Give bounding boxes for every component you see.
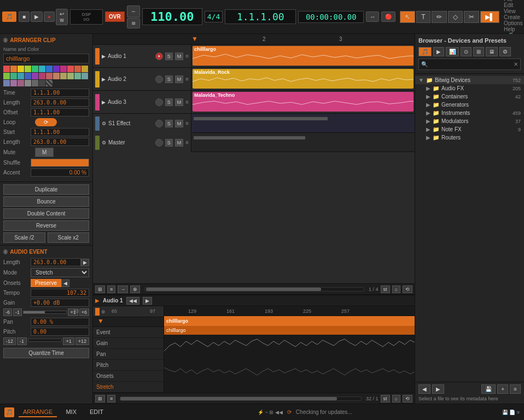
browser-item-routers[interactable]: ▶ 📁 Routers: [415, 133, 524, 142]
loop-button[interactable]: ↩ w: [56, 9, 68, 25]
color-swatch[interactable]: [53, 73, 60, 79]
track-color-audio1[interactable]: [95, 48, 100, 65]
timecode-display[interactable]: 00:00:00.00: [298, 11, 364, 23]
onsets-arrow[interactable]: ◀: [61, 279, 69, 287]
color-swatch[interactable]: [18, 73, 24, 79]
loop-icon-btn[interactable]: ↔: [366, 11, 379, 22]
gain-p6[interactable]: +6: [79, 308, 89, 316]
detail-stop-btn[interactable]: ◀◀: [126, 297, 139, 305]
audio-clip-audio2[interactable]: Malavida_Rock: [193, 69, 414, 89]
search-clear-btn[interactable]: ✕: [514, 61, 518, 67]
browser-item-instruments[interactable]: ▶ 📁 Instruments 459: [415, 109, 524, 117]
color-swatch[interactable]: [25, 73, 31, 79]
solo-btn-audio2[interactable]: S: [165, 75, 173, 83]
mute-button[interactable]: M: [35, 148, 54, 157]
pitch-bar[interactable]: [28, 339, 62, 342]
color-swatch[interactable]: [60, 66, 67, 72]
detail-sub-clip[interactable]: chilllargo: [164, 326, 415, 335]
color-swatch[interactable]: [74, 66, 81, 72]
detail-list-btn[interactable]: ≡: [107, 395, 115, 402]
mute-btn-audio2[interactable]: M: [175, 75, 184, 83]
color-swatch[interactable]: [67, 73, 74, 79]
color-swatch[interactable]: [25, 66, 31, 72]
track-color-audio3[interactable]: [95, 94, 100, 110]
record-btn-master[interactable]: [155, 139, 163, 147]
browser-devices-btn[interactable]: 🎵: [418, 47, 432, 56]
audio-clip-audio1[interactable]: chilllargo: [193, 46, 414, 66]
color-swatch[interactable]: [74, 73, 81, 79]
punch-btn[interactable]: 🔴: [381, 11, 395, 22]
record-btn-audio3[interactable]: [155, 98, 163, 106]
snap-btn[interactable]: ⌂: [392, 285, 400, 293]
audio-clip-audio3[interactable]: Malavida_Techno: [193, 92, 414, 112]
detail-h-scrollbar[interactable]: [120, 396, 362, 401]
ae-mode-select[interactable]: Stretch: [31, 268, 89, 277]
browser-monitor-btn[interactable]: 🖥: [486, 47, 498, 56]
track-color-master[interactable]: [95, 136, 100, 150]
tab-arrange[interactable]: ARRANGE: [19, 407, 57, 417]
color-swatch[interactable]: [81, 73, 88, 79]
mute-btn-master[interactable]: M: [175, 139, 184, 147]
mute-btn-audio3[interactable]: M: [175, 98, 184, 106]
tab-mix[interactable]: MIX: [61, 407, 81, 417]
eraser-tool[interactable]: ◇: [448, 11, 463, 23]
h-scrollbar[interactable]: [144, 287, 364, 291]
detail-loop-btn[interactable]: ⟲: [403, 395, 412, 402]
ae-length-arrow[interactable]: ▶: [81, 259, 89, 266]
mute-btn-audio1[interactable]: M: [175, 52, 184, 60]
color-swatch[interactable]: [39, 80, 45, 86]
bpm-display[interactable]: 110.00: [142, 8, 202, 25]
zoom-btn[interactable]: ⊕: [130, 285, 140, 293]
shuffle-value[interactable]: ≋: [31, 159, 89, 167]
loop-region-btn[interactable]: ⟲: [403, 285, 412, 293]
pitch-p12[interactable]: +12: [75, 337, 89, 345]
ae-gain-value[interactable]: +0.00 dB: [31, 299, 89, 307]
mute-btn-fx[interactable]: M: [175, 120, 184, 127]
quantize-time-button[interactable]: Quantize Time: [3, 348, 89, 358]
browser-rec-btn[interactable]: ⊙: [461, 47, 471, 56]
record-btn-fx[interactable]: [155, 120, 163, 127]
ovr-button[interactable]: OVR: [105, 11, 125, 22]
ae-length-value[interactable]: 263.0.0.00: [31, 258, 81, 266]
track-content-audio3[interactable]: Malavida_Techno: [191, 91, 415, 113]
color-swatch[interactable]: [39, 73, 45, 79]
text-tool[interactable]: T: [416, 11, 430, 23]
browser-search-input[interactable]: [429, 60, 513, 68]
color-swatch[interactable]: [10, 73, 17, 79]
length-value[interactable]: 263.0.0.00: [31, 98, 89, 107]
browser-menu-btn[interactable]: ≡: [510, 384, 521, 394]
advance-tool[interactable]: ▶▌: [480, 11, 500, 23]
st-btn[interactable]: st: [381, 285, 390, 293]
detail-snap-btn[interactable]: ⌂: [392, 395, 400, 402]
color-swatch-custom[interactable]: [46, 80, 53, 86]
track-color-fx[interactable]: [95, 116, 100, 131]
status-logo-btn[interactable]: 🎵: [4, 407, 14, 417]
arrow-btn[interactable]: →: [118, 285, 128, 293]
pitch-m1[interactable]: -1: [17, 337, 27, 345]
browser-item-note-fx[interactable]: ▶ 📁 Note FX 9: [415, 125, 524, 133]
select-tool[interactable]: ↖: [400, 11, 415, 23]
track-content-audio2[interactable]: Malavida_Rock: [191, 68, 415, 90]
color-swatch[interactable]: [39, 66, 45, 72]
browser-next-btn[interactable]: ▶: [432, 384, 444, 394]
browser-item-generators[interactable]: ▶ 📁 Generators: [415, 101, 524, 109]
color-swatch[interactable]: [46, 66, 53, 72]
double-content-button[interactable]: Double Content: [3, 208, 89, 219]
browser-gear-btn[interactable]: ⚙: [499, 47, 511, 56]
track-color-audio2[interactable]: [95, 71, 100, 88]
pencil-tool[interactable]: ✏: [432, 11, 447, 23]
time-value[interactable]: 1.1.1.00: [31, 89, 89, 97]
gain-m6[interactable]: -6: [3, 308, 12, 316]
browser-item-modulators[interactable]: ▶ 📁 Modulators 37: [415, 117, 524, 125]
color-swatch[interactable]: [53, 66, 60, 72]
color-swatch[interactable]: [67, 66, 74, 72]
grid-btn[interactable]: ⊞: [95, 285, 105, 293]
pitch-m12[interactable]: -12: [3, 337, 16, 345]
stop-button[interactable]: ■: [19, 11, 30, 22]
solo-btn-audio3[interactable]: S: [165, 98, 173, 106]
record-btn-audio2[interactable]: [155, 75, 163, 83]
detail-play-btn[interactable]: ▶: [143, 297, 152, 305]
color-swatch[interactable]: [81, 66, 88, 72]
offset-value[interactable]: 1.1.1.00: [31, 108, 89, 116]
color-swatch[interactable]: [32, 66, 38, 72]
